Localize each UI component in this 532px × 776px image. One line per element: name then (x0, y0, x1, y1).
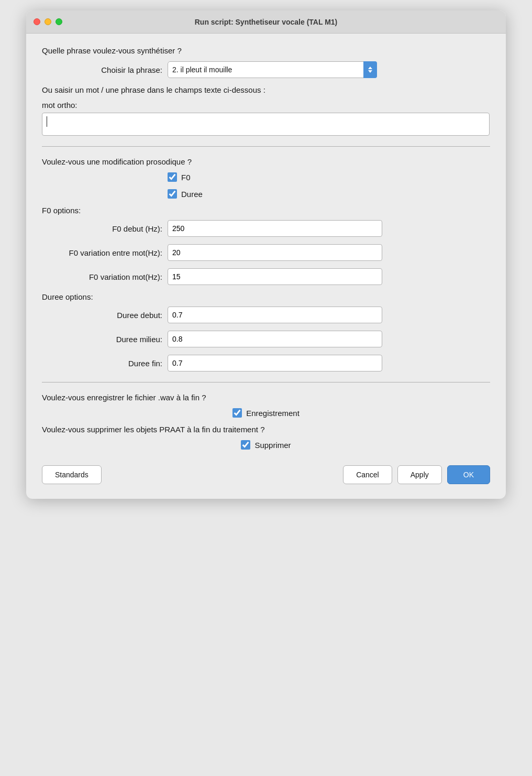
duree-label: Duree (181, 190, 203, 199)
window-controls (34, 18, 62, 25)
phrase-question: Quelle phrase voulez-vous synthétiser ? (42, 46, 490, 55)
wav-section: Voulez-vous enregistrer le fichier .wav … (42, 393, 490, 418)
mot-label: mot ortho: (42, 101, 490, 110)
duree-checkbox-row: Duree (42, 189, 490, 199)
titlebar: Run script: Synthetiseur vocale (TAL M1) (26, 10, 506, 34)
standards-button[interactable]: Standards (42, 465, 102, 484)
f0-debut-input[interactable] (168, 220, 382, 237)
f0-options-section: F0 options: F0 debut (Hz): F0 variation … (42, 206, 490, 285)
ok-button[interactable]: OK (447, 465, 490, 484)
bottom-buttons: Standards Cancel Apply OK (42, 457, 490, 488)
apply-button[interactable]: Apply (397, 465, 442, 484)
phrase-section: Quelle phrase voulez-vous synthétiser ? … (42, 46, 490, 78)
close-button[interactable] (34, 18, 40, 25)
duree-milieu-label: Duree milieu: (42, 335, 168, 344)
f0-variation-mot-row: F0 variation mot(Hz): (42, 268, 490, 285)
mot-input-wrapper (42, 113, 490, 136)
supprimer-checkbox[interactable] (241, 440, 250, 450)
duree-checkbox[interactable] (168, 189, 177, 199)
duree-fin-input[interactable] (168, 355, 382, 371)
enregistrement-checkbox[interactable] (232, 408, 242, 418)
text-input-section: Ou saisir un mot / une phrase dans le ch… (42, 85, 490, 136)
f0-variation-entre-label: F0 variation entre mot(Hz): (42, 248, 168, 257)
f0-checkbox[interactable] (168, 172, 177, 182)
phrase-label: Choisir la phrase: (42, 65, 168, 74)
praat-question: Voulez-vous supprimer les objets PRAAT à… (42, 425, 490, 434)
dialog-content: Quelle phrase voulez-vous synthétiser ? … (26, 34, 506, 499)
duree-fin-label: Duree fin: (42, 359, 168, 368)
prosodic-section: Voulez-vous une modification prosodique … (42, 157, 490, 199)
divider-1 (42, 146, 490, 147)
praat-section: Voulez-vous supprimer les objets PRAAT à… (42, 425, 490, 450)
window-title: Run script: Synthetiseur vocale (TAL M1) (195, 18, 338, 26)
wav-question: Voulez-vous enregistrer le fichier .wav … (42, 393, 490, 402)
enregistrement-row: Enregistrement (42, 408, 490, 418)
f0-variation-entre-row: F0 variation entre mot(Hz): (42, 244, 490, 261)
duree-debut-label: Duree debut: (42, 311, 168, 320)
supprimer-label: Supprimer (254, 441, 291, 450)
duree-milieu-input[interactable] (168, 331, 382, 347)
maximize-button[interactable] (56, 18, 62, 25)
f0-variation-entre-input[interactable] (168, 244, 382, 261)
duree-debut-row: Duree debut: (42, 307, 490, 323)
f0-debut-row: F0 debut (Hz): (42, 220, 490, 237)
phrase-select-container: 1. bonjour 2. il pleut il mouille 3. au … (168, 61, 377, 78)
phrase-select[interactable]: 1. bonjour 2. il pleut il mouille 3. au … (168, 61, 377, 78)
enregistrement-label: Enregistrement (246, 409, 300, 418)
duree-debut-input[interactable] (168, 307, 382, 323)
supprimer-row: Supprimer (42, 440, 490, 450)
cancel-button[interactable]: Cancel (343, 465, 392, 484)
f0-debut-label: F0 debut (Hz): (42, 224, 168, 233)
duree-fin-row: Duree fin: (42, 355, 490, 371)
prosodic-question: Voulez-vous une modification prosodique … (42, 157, 490, 166)
duree-milieu-row: Duree milieu: (42, 331, 490, 347)
divider-2 (42, 382, 490, 382)
f0-checkbox-row: F0 (42, 172, 490, 182)
f0-label: F0 (181, 173, 191, 182)
right-buttons: Cancel Apply OK (343, 465, 490, 484)
f0-variation-mot-label: F0 variation mot(Hz): (42, 272, 168, 281)
f0-options-label: F0 options: (42, 206, 490, 215)
minimize-button[interactable] (45, 18, 51, 25)
phrase-field-row: Choisir la phrase: 1. bonjour 2. il pleu… (42, 61, 490, 78)
mot-ortho-input[interactable] (47, 115, 485, 124)
f0-variation-mot-input[interactable] (168, 268, 382, 285)
duree-options-section: Duree options: Duree debut: Duree milieu… (42, 292, 490, 371)
dialog-window: Run script: Synthetiseur vocale (TAL M1)… (26, 10, 506, 499)
duree-options-label: Duree options: (42, 292, 490, 301)
text-instruction: Ou saisir un mot / une phrase dans le ch… (42, 85, 490, 94)
